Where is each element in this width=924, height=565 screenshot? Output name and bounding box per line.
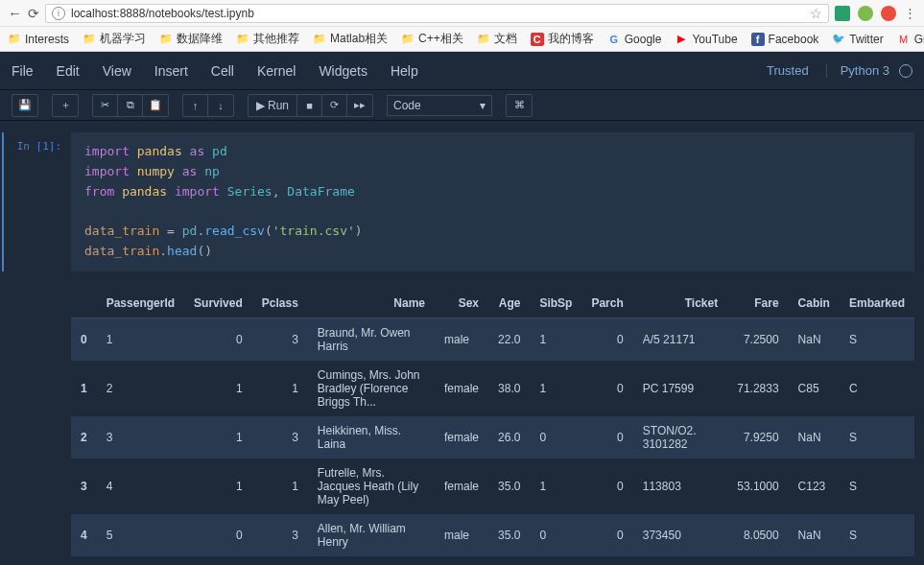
menu-cell[interactable]: Cell (211, 63, 234, 79)
bookmark-item[interactable]: 📁文档 (477, 31, 517, 47)
menu-widgets[interactable]: Widgets (319, 63, 367, 79)
menu-file[interactable]: File (12, 63, 34, 79)
trusted-indicator[interactable]: Trusted (767, 63, 809, 78)
table-cell: 3 (252, 318, 308, 361)
bookmark-item[interactable]: 📁机器学习 (83, 31, 146, 47)
notebook-app: File Edit View Insert Cell Kernel Widget… (0, 52, 924, 565)
table-cell: 35.0 (488, 514, 530, 556)
table-cell: 0 (581, 361, 632, 416)
menu-insert[interactable]: Insert (154, 63, 188, 79)
save-button[interactable]: 💾 (12, 95, 37, 116)
table-cell: 1 (530, 361, 581, 416)
input-prompt: In [1]: (4, 132, 71, 271)
column-header: Name (308, 289, 435, 318)
table-row: 4503Allen, Mr. William Henrymale35.00037… (71, 514, 914, 556)
extension-icons: ⋮ (835, 6, 916, 21)
table-cell: Heikkinen, Miss. Laina (308, 416, 435, 459)
table-cell: 7.9250 (727, 416, 788, 459)
menu-view[interactable]: View (103, 63, 131, 79)
move-up-button[interactable]: ↑ (183, 95, 208, 116)
table-cell: C123 (789, 459, 840, 514)
bookmark-item[interactable]: ▶YouTube (675, 33, 737, 46)
bookmark-item[interactable]: 🐦Twitter (832, 33, 883, 46)
menu-edit[interactable]: Edit (57, 63, 80, 79)
table-cell: 1 (530, 318, 581, 361)
bookmark-label: 其他推荐 (253, 31, 299, 47)
kernel-status-icon (899, 64, 912, 78)
cell-type-value: Code (393, 99, 421, 112)
code-cell[interactable]: In [1]: import pandas as pd import numpy… (2, 132, 914, 271)
table-cell: 1 (97, 318, 184, 361)
command-palette-button[interactable]: ⌘ (507, 95, 532, 116)
run-button[interactable]: ▶ Run (249, 95, 297, 116)
site-info-icon[interactable]: i (52, 7, 65, 20)
move-down-button[interactable]: ↓ (208, 95, 233, 116)
table-cell: male (435, 318, 488, 361)
chevron-down-icon: ▾ (480, 99, 486, 112)
column-header: Survived (184, 289, 252, 318)
copy-button[interactable]: ⧉ (118, 95, 143, 116)
bookmark-item[interactable]: C我的博客 (531, 31, 594, 47)
table-cell: S (840, 459, 914, 514)
table-cell: 0 (581, 318, 632, 361)
table-cell: 35.0 (488, 459, 530, 514)
table-row: 2313Heikkinen, Miss. Lainafemale26.000ST… (71, 416, 914, 459)
table-cell: 4 (97, 459, 184, 514)
menu-kernel[interactable]: Kernel (257, 63, 296, 79)
table-cell: A/5 21171 (633, 318, 727, 361)
insert-cell-button[interactable]: ＋ (53, 95, 78, 116)
table-cell: 71.2833 (727, 361, 788, 416)
table-cell: 1 (252, 459, 308, 514)
bookmark-label: Interests (25, 33, 69, 46)
bookmark-item[interactable]: 📁Interests (8, 33, 69, 46)
output-cell: PassengerIdSurvivedPclassNameSexAgeSibSp… (2, 281, 914, 556)
table-cell: Braund, Mr. Owen Harris (308, 318, 435, 361)
bookmark-star-icon[interactable]: ☆ (810, 6, 822, 21)
reload-button[interactable]: ⟳ (28, 6, 39, 21)
table-cell: 2 (97, 361, 184, 416)
notebook-header: File Edit View Insert Cell Kernel Widget… (0, 52, 924, 90)
column-header: PassengerId (97, 289, 184, 318)
column-header (71, 289, 97, 318)
table-cell: 1 (71, 361, 97, 416)
table-cell: female (435, 416, 488, 459)
table-row: 0103Braund, Mr. Owen Harrismale22.010A/5… (71, 318, 914, 361)
notebook-menu: File Edit View Insert Cell Kernel Widget… (12, 63, 418, 79)
bookmark-label: 数据降维 (177, 31, 223, 47)
menu-icon[interactable]: ⋮ (904, 6, 916, 20)
bookmark-label: 文档 (494, 31, 517, 47)
bookmark-item[interactable]: 📁数据降维 (159, 31, 223, 47)
bookmark-item[interactable]: fFacebook (751, 33, 819, 46)
cell-type-select[interactable]: Code ▾ (387, 95, 492, 116)
extension-icon[interactable] (881, 6, 896, 21)
column-header: Sex (435, 289, 488, 318)
kernel-indicator[interactable]: Python 3 (826, 63, 912, 78)
table-cell: 0 (184, 514, 252, 556)
back-button[interactable]: ← (8, 5, 22, 21)
bookmark-item[interactable]: 📁其他推荐 (236, 31, 299, 47)
table-cell: 3 (252, 514, 308, 556)
cut-button[interactable]: ✂ (93, 95, 118, 116)
bookmark-item[interactable]: MGmail (897, 33, 924, 46)
restart-button[interactable]: ⟳ (322, 95, 347, 116)
column-header: Parch (581, 289, 632, 318)
url-bar[interactable]: i localhost:8888/notebooks/test.ipynb ☆ (45, 4, 829, 23)
table-cell: 0 (581, 459, 632, 514)
bookmark-label: 机器学习 (100, 31, 146, 47)
column-header: Age (488, 289, 530, 318)
menu-help[interactable]: Help (391, 63, 418, 79)
bookmark-item[interactable]: 📁Matlab相关 (313, 31, 388, 47)
table-cell: male (435, 514, 488, 556)
extension-icon[interactable] (835, 6, 850, 21)
bookmark-item[interactable]: 📁C++相关 (401, 31, 463, 47)
bookmark-label: 我的博客 (548, 31, 594, 47)
code-input-area[interactable]: import pandas as pd import numpy as np f… (71, 132, 914, 271)
table-cell: female (435, 459, 488, 514)
extension-icon[interactable] (858, 6, 873, 21)
bookmark-item[interactable]: GGoogle (607, 33, 662, 46)
paste-button[interactable]: 📋 (143, 95, 168, 116)
interrupt-button[interactable]: ■ (297, 95, 322, 116)
table-cell: 0 (581, 514, 632, 556)
restart-run-all-button[interactable]: ▸▸ (347, 95, 372, 116)
table-cell: 373450 (633, 514, 727, 556)
